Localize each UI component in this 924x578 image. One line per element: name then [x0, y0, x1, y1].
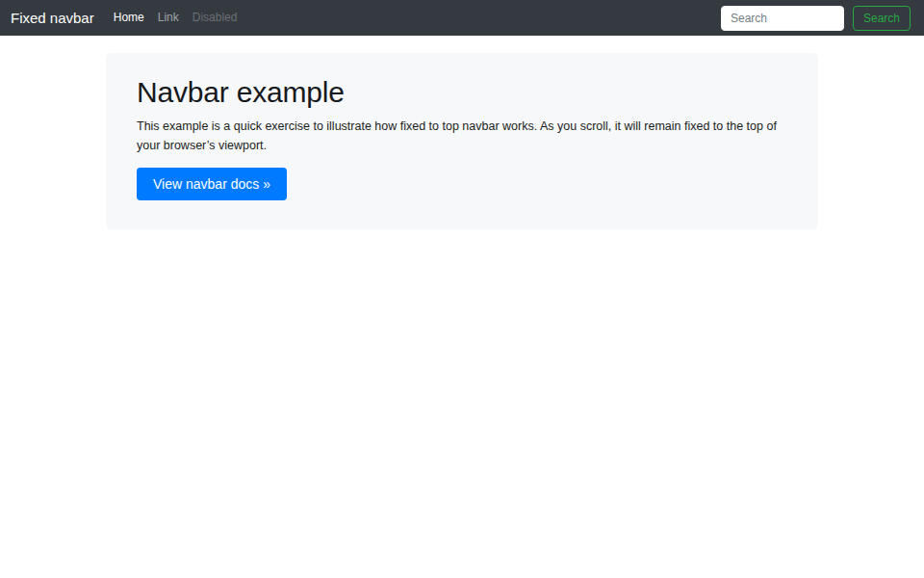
nav-item-home[interactable]: Home	[107, 0, 151, 36]
view-navbar-docs-button[interactable]: View navbar docs »	[137, 168, 287, 200]
jumbotron: Navbar example This example is a quick e…	[106, 53, 818, 229]
jumbotron-description: This example is a quick exercise to illu…	[137, 117, 787, 155]
navbar-nav: Home Link Disabled	[107, 0, 244, 36]
top-navbar: Fixed navbar Home Link Disabled Search	[0, 0, 924, 36]
page-title: Navbar example	[137, 75, 787, 110]
navbar-brand[interactable]: Fixed navbar	[11, 0, 94, 36]
search-input[interactable]	[721, 6, 844, 31]
nav-item-disabled: Disabled	[186, 0, 244, 36]
nav-item-link[interactable]: Link	[151, 0, 186, 36]
navbar-search-form: Search	[721, 6, 911, 31]
search-button[interactable]: Search	[853, 6, 911, 31]
